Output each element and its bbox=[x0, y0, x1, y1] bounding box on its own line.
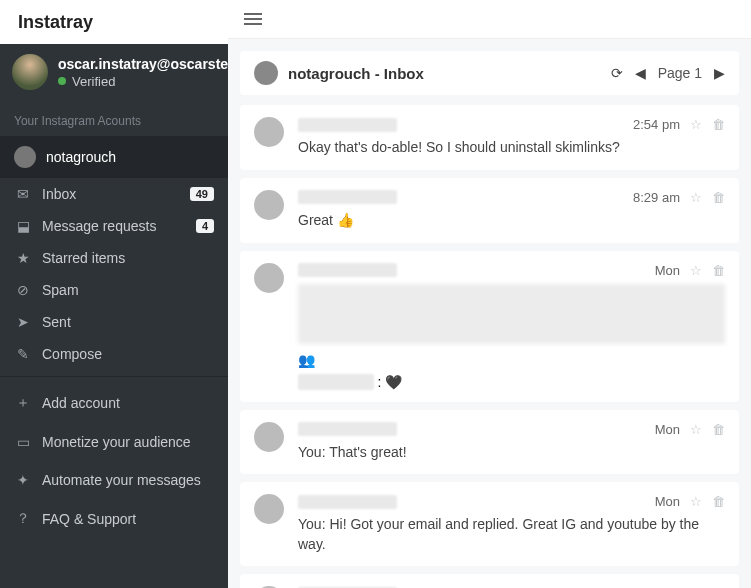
inbox-title: notagrouch - Inbox bbox=[288, 65, 611, 82]
question-icon: ？ bbox=[14, 510, 32, 528]
prev-page-icon[interactable]: ◀ bbox=[635, 65, 646, 81]
ban-icon: ⊘ bbox=[14, 282, 32, 298]
content-area: notagrouch - Inbox ⟳ ◀ Page 1 ▶ xxxxx 2:… bbox=[228, 39, 751, 588]
trash-icon[interactable]: 🗑 bbox=[712, 263, 725, 278]
sender-avatar bbox=[254, 494, 284, 524]
sender-name-redacted: xxxxx bbox=[298, 190, 397, 204]
badge-count: 4 bbox=[196, 219, 214, 233]
sender-name-redacted: xxxxx bbox=[298, 263, 397, 277]
nav-label: Automate your messages bbox=[42, 472, 201, 488]
message-preview: Great 👍 bbox=[298, 211, 725, 231]
next-page-icon[interactable]: ▶ bbox=[714, 65, 725, 81]
inbox-in-icon: ⬓ bbox=[14, 218, 32, 234]
nav-label: FAQ & Support bbox=[42, 511, 136, 527]
nav-label: Message requests bbox=[42, 218, 156, 234]
paper-plane-icon: ➤ bbox=[14, 314, 32, 330]
user-block: oscar.instatray@oscarstech Verified bbox=[0, 44, 228, 100]
nav-label: Monetize your audience bbox=[42, 434, 191, 450]
star-icon[interactable]: ☆ bbox=[690, 190, 702, 205]
nav-compose[interactable]: ✎Compose bbox=[0, 338, 228, 370]
accounts-section-label: Your Instagram Acounts bbox=[0, 100, 228, 136]
message-row[interactable]: xxxxx Mon ☆🗑 You: Hi! Got your email and… bbox=[240, 482, 739, 566]
message-time: 8:29 am bbox=[633, 190, 680, 205]
utility-nav: ＋Add account ▭Monetize your audience ✦Au… bbox=[0, 383, 228, 539]
inbox-avatar bbox=[254, 61, 278, 85]
status-dot-icon bbox=[58, 77, 66, 85]
verified-label: Verified bbox=[72, 74, 115, 89]
nav-message-requests[interactable]: ⬓Message requests4 bbox=[0, 210, 228, 242]
message-row[interactable]: xxxxx Sun ☆🗑 You: Haha bbox=[240, 574, 739, 588]
nav-starred[interactable]: ★Starred items bbox=[0, 242, 228, 274]
topbar bbox=[228, 0, 751, 39]
verified-status: Verified bbox=[58, 74, 244, 89]
badge-count: 49 bbox=[190, 187, 214, 201]
star-icon: ★ bbox=[14, 250, 32, 266]
hamburger-icon[interactable] bbox=[244, 10, 262, 28]
main-panel: notagrouch - Inbox ⟳ ◀ Page 1 ▶ xxxxx 2:… bbox=[228, 0, 751, 588]
trash-icon[interactable]: 🗑 bbox=[712, 422, 725, 437]
magic-wand-icon: ✦ bbox=[14, 472, 32, 488]
trash-icon[interactable]: 🗑 bbox=[712, 190, 725, 205]
money-icon: ▭ bbox=[14, 434, 32, 450]
message-row[interactable]: xxxxx Mon ☆🗑 👥 xx : 🖤 bbox=[240, 251, 739, 402]
nav-label: Sent bbox=[42, 314, 71, 330]
nav-monetize[interactable]: ▭Monetize your audience bbox=[0, 423, 228, 461]
star-icon[interactable]: ☆ bbox=[690, 263, 702, 278]
sender-avatar bbox=[254, 263, 284, 293]
nav-label: Spam bbox=[42, 282, 79, 298]
plus-icon: ＋ bbox=[14, 394, 32, 412]
message-preview-redacted bbox=[298, 284, 725, 344]
account-row-notagrouch[interactable]: notagrouch bbox=[0, 136, 228, 178]
message-preview: Okay that's do-able! So I should uninsta… bbox=[298, 138, 725, 158]
sender-name-redacted: xxxxx bbox=[298, 118, 397, 132]
message-list: xxxxx 2:54 pm ☆🗑 Okay that's do-able! So… bbox=[240, 105, 739, 588]
nav-inbox[interactable]: ✉Inbox49 bbox=[0, 178, 228, 210]
nav-label: Starred items bbox=[42, 250, 125, 266]
nav-faq[interactable]: ？FAQ & Support bbox=[0, 499, 228, 539]
star-icon[interactable]: ☆ bbox=[690, 422, 702, 437]
reaction-line: xx : 🖤 bbox=[298, 374, 725, 390]
message-time: Mon bbox=[655, 422, 680, 437]
sidebar: Instatray oscar.instatray@oscarstech Ver… bbox=[0, 0, 228, 588]
sender-name-redacted: xxxxx bbox=[298, 495, 397, 509]
sender-avatar bbox=[254, 190, 284, 220]
message-row[interactable]: xxxxx Mon ☆🗑 You: That's great! bbox=[240, 410, 739, 475]
message-row[interactable]: xxxxx 2:54 pm ☆🗑 Okay that's do-able! So… bbox=[240, 105, 739, 170]
message-preview: You: Hi! Got your email and replied. Gre… bbox=[298, 515, 725, 554]
nav-label: Compose bbox=[42, 346, 102, 362]
group-chat-icon: 👥 bbox=[298, 352, 725, 368]
pencil-icon: ✎ bbox=[14, 346, 32, 362]
sender-name-redacted: xxxxx bbox=[298, 422, 397, 436]
brand-logo: Instatray bbox=[0, 0, 228, 44]
message-time: 2:54 pm bbox=[633, 117, 680, 132]
star-icon[interactable]: ☆ bbox=[690, 117, 702, 132]
nav-sent[interactable]: ➤Sent bbox=[0, 306, 228, 338]
account-avatar bbox=[14, 146, 36, 168]
user-email: oscar.instatray@oscarstech bbox=[58, 56, 244, 72]
nav-label: Inbox bbox=[42, 186, 76, 202]
user-avatar bbox=[12, 54, 48, 90]
nav-label: Add account bbox=[42, 395, 120, 411]
inbox-header: notagrouch - Inbox ⟳ ◀ Page 1 ▶ bbox=[240, 51, 739, 95]
divider bbox=[0, 376, 228, 377]
message-preview: You: That's great! bbox=[298, 443, 725, 463]
sender-avatar bbox=[254, 422, 284, 452]
nav-add-account[interactable]: ＋Add account bbox=[0, 383, 228, 423]
page-label: Page 1 bbox=[658, 65, 702, 81]
nav-automate[interactable]: ✦Automate your messages bbox=[0, 461, 228, 499]
pager: ⟳ ◀ Page 1 ▶ bbox=[611, 65, 725, 81]
message-time: Mon bbox=[655, 494, 680, 509]
trash-icon[interactable]: 🗑 bbox=[712, 494, 725, 509]
mailbox-nav: ✉Inbox49 ⬓Message requests4 ★Starred ite… bbox=[0, 178, 228, 370]
star-icon[interactable]: ☆ bbox=[690, 494, 702, 509]
sender-avatar bbox=[254, 117, 284, 147]
account-name: notagrouch bbox=[46, 149, 116, 165]
message-time: Mon bbox=[655, 263, 680, 278]
inbox-icon: ✉ bbox=[14, 186, 32, 202]
trash-icon[interactable]: 🗑 bbox=[712, 117, 725, 132]
nav-spam[interactable]: ⊘Spam bbox=[0, 274, 228, 306]
message-row[interactable]: xxxxx 8:29 am ☆🗑 Great 👍 bbox=[240, 178, 739, 243]
refresh-icon[interactable]: ⟳ bbox=[611, 65, 623, 81]
